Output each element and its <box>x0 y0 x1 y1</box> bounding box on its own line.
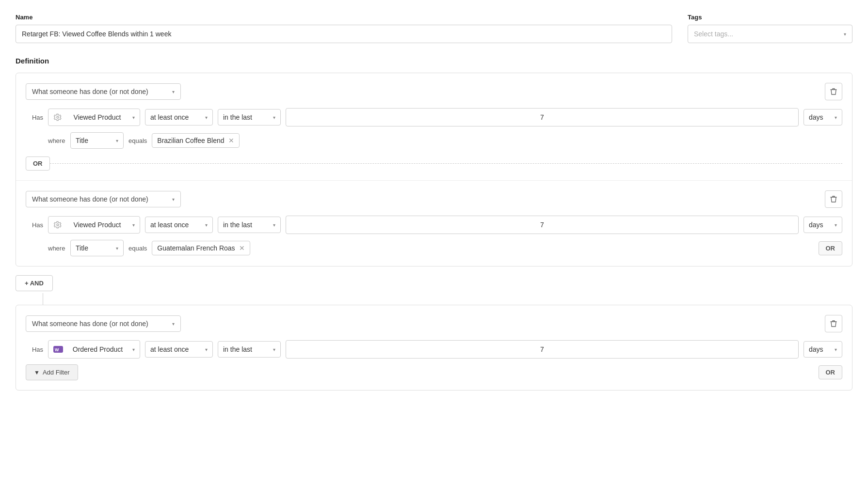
unit-chevron-1: ▾ <box>835 115 837 120</box>
main-event-dropdown-1[interactable]: What someone has done (or not done) ▾ <box>26 83 181 100</box>
property-label-1: Title <box>76 137 88 144</box>
condition-block-2: What someone has done (or not done) ▾ Ha… <box>16 180 852 266</box>
property-dropdown-2[interactable]: Title ▾ <box>70 240 124 256</box>
main-event-dropdown-2[interactable]: What someone has done (or not done) ▾ <box>26 191 181 207</box>
unit-dropdown-2[interactable]: days ▾ <box>804 217 842 233</box>
chip-value-1: Brazilian Coffee Blend <box>157 137 224 144</box>
time-chevron-2: ▾ <box>273 222 275 228</box>
property-label-2: Title <box>76 244 88 252</box>
has-label-2: Has <box>26 221 43 229</box>
gear-icon-1 <box>53 113 62 122</box>
add-filter-row: ▼ Add Filter OR <box>26 364 842 380</box>
property-dropdown-1[interactable]: Title ▾ <box>70 132 124 149</box>
tags-label: Tags <box>688 14 852 21</box>
or-divider-1: OR <box>26 156 842 171</box>
value-chip-2: Guatemalan French Roas ✕ <box>152 241 250 255</box>
property-chevron-1: ▾ <box>116 138 118 143</box>
event-dropdown-2[interactable]: Viewed Product ▾ <box>48 216 140 234</box>
value-chip-1: Brazilian Coffee Blend ✕ <box>152 133 239 148</box>
equals-label-1: equals <box>129 137 147 144</box>
tags-chevron-icon: ▾ <box>844 31 846 37</box>
frequency-label-3: at least once <box>150 345 189 353</box>
time-dropdown-3[interactable]: in the last ▾ <box>218 341 281 358</box>
vertical-connector <box>43 293 43 305</box>
unit-label-2: days <box>809 221 823 229</box>
and-button[interactable]: + AND <box>16 275 53 291</box>
trash-icon-2 <box>830 195 837 203</box>
main-event-label-3: What someone has done (or not done) <box>32 320 148 328</box>
event-label-2: Viewed Product <box>74 221 121 229</box>
gear-icon-2 <box>53 220 62 229</box>
unit-dropdown-1[interactable]: days ▾ <box>804 109 842 125</box>
frequency-dropdown-1[interactable]: at least once ▾ <box>145 109 213 125</box>
has-label-3: Has <box>26 346 43 353</box>
event-chevron-2: ▾ <box>132 222 135 228</box>
or-button-1[interactable]: OR <box>26 156 50 171</box>
frequency-chevron-1: ▾ <box>205 115 208 120</box>
time-label-3: in the last <box>223 345 252 353</box>
delete-button-2[interactable] <box>825 190 842 208</box>
time-label-1: in the last <box>223 113 252 121</box>
frequency-label-2: at least once <box>150 221 189 229</box>
delete-button-1[interactable] <box>825 83 842 100</box>
event-dropdown-1[interactable]: Viewed Product ▾ <box>48 109 140 126</box>
add-filter-button[interactable]: ▼ Add Filter <box>26 364 78 380</box>
where-row-2: where Title ▾ equals Guatemalan French R… <box>48 240 842 256</box>
name-input[interactable] <box>16 25 672 43</box>
chip-value-2: Guatemalan French Roas <box>157 244 235 252</box>
event-label-3: Ordered Product <box>73 345 123 353</box>
main-event-chevron-1: ▾ <box>172 89 175 94</box>
frequency-chevron-2: ▾ <box>205 222 208 228</box>
number-input-3[interactable] <box>286 340 799 359</box>
event-dropdown-3[interactable]: W Ordered Product ▾ <box>48 340 140 359</box>
where-label-1: where <box>48 137 65 144</box>
or-button-3[interactable]: OR <box>819 365 843 379</box>
definition-label: Definition <box>16 57 852 65</box>
number-input-1[interactable] <box>286 108 799 126</box>
event-label-1: Viewed Product <box>74 113 121 121</box>
filter-icon: ▼ <box>34 369 40 376</box>
unit-chevron-3: ▾ <box>835 347 837 352</box>
frequency-chevron-3: ▾ <box>205 347 208 352</box>
condition-block-3: What someone has done (or not done) ▾ Ha… <box>16 305 852 390</box>
time-chevron-1: ▾ <box>273 115 275 120</box>
property-chevron-2: ▾ <box>116 246 118 251</box>
add-filter-label: Add Filter <box>43 369 70 376</box>
main-event-chevron-2: ▾ <box>172 197 175 202</box>
dashed-divider-1 <box>50 163 843 164</box>
and-section: + AND <box>16 275 852 291</box>
unit-label-3: days <box>809 345 823 353</box>
event-chevron-3: ▾ <box>132 347 135 352</box>
chip-close-1[interactable]: ✕ <box>228 137 234 144</box>
tags-placeholder: Select tags... <box>694 30 733 38</box>
event-chevron-1: ▾ <box>132 115 135 120</box>
name-label: Name <box>16 14 672 21</box>
number-input-2[interactable] <box>286 216 799 234</box>
main-event-chevron-3: ▾ <box>172 321 175 327</box>
condition-block-1: What someone has done (or not done) ▾ Ha… <box>16 73 852 180</box>
main-event-label-1: What someone has done (or not done) <box>32 88 148 95</box>
frequency-dropdown-3[interactable]: at least once ▾ <box>145 341 213 358</box>
frequency-dropdown-2[interactable]: at least once ▾ <box>145 217 213 233</box>
delete-button-3[interactable] <box>825 315 842 332</box>
time-label-2: in the last <box>223 221 252 229</box>
where-row-1: where Title ▾ equals Brazilian Coffee Bl… <box>48 132 842 149</box>
main-event-dropdown-3[interactable]: What someone has done (or not done) ▾ <box>26 315 181 332</box>
main-event-label-2: What someone has done (or not done) <box>32 195 148 203</box>
svg-text:W: W <box>55 347 59 352</box>
unit-dropdown-3[interactable]: days ▾ <box>804 341 842 358</box>
time-dropdown-1[interactable]: in the last ▾ <box>218 109 281 125</box>
trash-icon-3 <box>830 320 837 328</box>
condition-group-1: What someone has done (or not done) ▾ Ha… <box>16 73 852 266</box>
unit-label-1: days <box>809 113 823 121</box>
or-button-right-2[interactable]: OR <box>819 241 843 255</box>
time-dropdown-2[interactable]: in the last ▾ <box>218 217 281 233</box>
has-row-2: Has Viewed Product ▾ at least once ▾ in … <box>26 216 842 234</box>
chip-close-2[interactable]: ✕ <box>239 244 245 252</box>
where-label-2: where <box>48 245 65 252</box>
unit-chevron-2: ▾ <box>835 222 837 228</box>
has-label-1: Has <box>26 114 43 121</box>
tags-dropdown[interactable]: Select tags... ▾ <box>688 25 852 43</box>
trash-icon-1 <box>830 88 837 95</box>
time-chevron-3: ▾ <box>273 347 275 352</box>
